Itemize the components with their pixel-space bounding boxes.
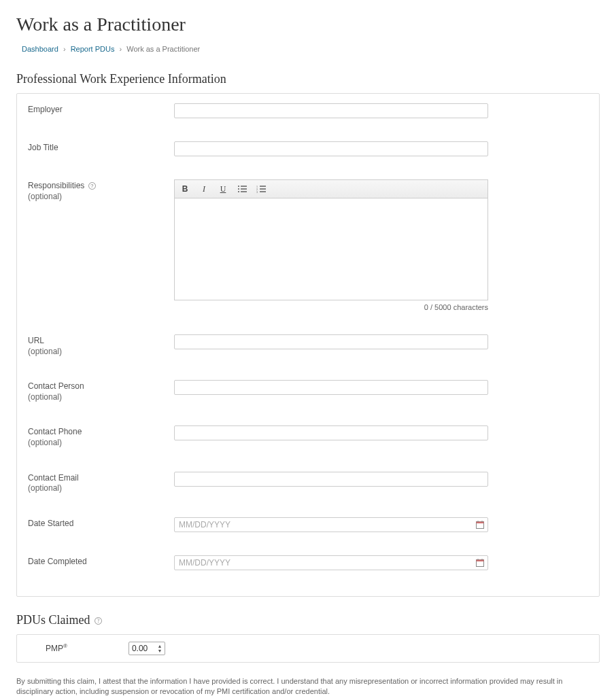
svg-point-0 bbox=[238, 186, 239, 187]
breadcrumb-dashboard[interactable]: Dashboard bbox=[22, 45, 58, 53]
contact-person-input[interactable] bbox=[174, 380, 488, 395]
italic-button[interactable]: I bbox=[198, 183, 210, 195]
help-icon[interactable]: ? bbox=[95, 617, 102, 625]
contact-phone-label: Contact Phone (optional) bbox=[28, 425, 174, 448]
svg-rect-3 bbox=[241, 188, 247, 189]
contact-email-label: Contact Email (optional) bbox=[28, 472, 174, 494]
bullet-list-button[interactable] bbox=[236, 183, 248, 195]
section-title-experience: Professional Work Experience Information bbox=[16, 72, 600, 86]
svg-point-2 bbox=[238, 188, 239, 190]
date-started-input[interactable] bbox=[174, 517, 488, 532]
underline-button[interactable]: U bbox=[217, 183, 229, 195]
employer-input[interactable] bbox=[174, 103, 488, 118]
contact-person-label: Contact Person (optional) bbox=[28, 380, 174, 402]
bold-button[interactable]: B bbox=[179, 183, 191, 195]
pdus-cert-label: PMP® bbox=[28, 643, 67, 653]
chevron-right-icon: › bbox=[63, 45, 66, 53]
url-input[interactable] bbox=[174, 334, 488, 349]
attestation-text: By submitting this claim, I attest that … bbox=[16, 676, 600, 696]
breadcrumb-current: Work as a Practitioner bbox=[126, 45, 200, 53]
responsibilities-textarea[interactable] bbox=[174, 198, 488, 300]
help-icon[interactable]: ? bbox=[88, 182, 96, 190]
url-label: URL (optional) bbox=[28, 334, 174, 357]
job-title-label: Job Title bbox=[28, 141, 174, 154]
svg-rect-11 bbox=[260, 191, 266, 192]
section-title-pdus: PDUs Claimed ? bbox=[16, 613, 600, 627]
breadcrumb-report-pdus[interactable]: Report PDUs bbox=[71, 45, 115, 53]
date-started-label: Date Started bbox=[28, 517, 174, 529]
rte-toolbar: B I U 1 2 3 bbox=[174, 179, 488, 198]
date-completed-label: Date Completed bbox=[28, 555, 174, 568]
responsibilities-label: Responsibilities ? (optional) bbox=[28, 179, 174, 202]
pdus-value-stepper[interactable]: 0.00 ▲ ▼ bbox=[129, 642, 165, 655]
pdus-value: 0.00 bbox=[132, 644, 148, 653]
svg-rect-5 bbox=[241, 191, 247, 192]
breadcrumb: Dashboard › Report PDUs › Work as a Prac… bbox=[16, 45, 600, 53]
date-completed-input[interactable] bbox=[174, 555, 488, 570]
character-counter: 0 / 5000 characters bbox=[174, 303, 488, 311]
page-title: Work as a Practitioner bbox=[16, 14, 600, 35]
stepper-up-icon[interactable]: ▲ bbox=[156, 644, 163, 648]
contact-email-input[interactable] bbox=[174, 472, 488, 487]
numbered-list-button[interactable]: 1 2 3 bbox=[255, 183, 267, 195]
responsibilities-editor: B I U 1 2 3 bbox=[174, 179, 488, 311]
job-title-input[interactable] bbox=[174, 141, 488, 156]
employer-label: Employer bbox=[28, 103, 174, 116]
experience-panel: Employer Job Title Responsibilities ? (o… bbox=[16, 93, 600, 597]
stepper-down-icon[interactable]: ▼ bbox=[156, 648, 163, 653]
svg-point-4 bbox=[238, 191, 239, 192]
pdus-panel: PMP® 0.00 ▲ ▼ bbox=[16, 634, 600, 663]
svg-rect-7 bbox=[260, 186, 266, 186]
svg-text:3: 3 bbox=[256, 190, 258, 194]
svg-rect-1 bbox=[241, 186, 247, 186]
contact-phone-input[interactable] bbox=[174, 425, 488, 440]
chevron-right-icon: › bbox=[119, 45, 122, 53]
svg-rect-9 bbox=[260, 188, 266, 189]
